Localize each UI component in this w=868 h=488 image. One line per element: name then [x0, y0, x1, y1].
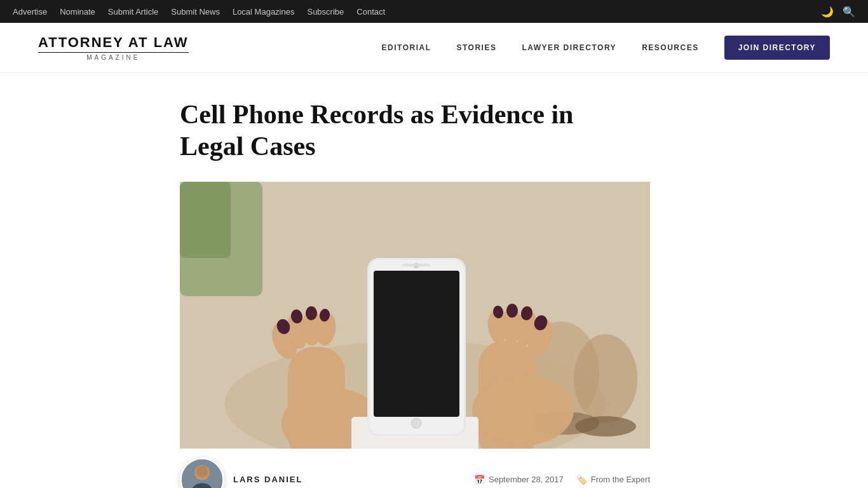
- author-name: LARS DANIEL: [233, 475, 302, 484]
- svg-point-38: [196, 466, 208, 477]
- nav-stories[interactable]: STORIES: [456, 43, 496, 52]
- date-text: September 28, 2017: [489, 475, 564, 484]
- author-info: LARS DANIEL: [180, 458, 302, 488]
- site-header: ATTORNEY AT LAW MAGAZINE EDITORIAL STORI…: [0, 23, 868, 73]
- article-image-wrapper: LARS DANIEL 📅 September 28, 2017 🏷️ From…: [180, 182, 650, 449]
- svg-point-7: [575, 416, 636, 437]
- article-category[interactable]: 🏷️ From the Expert: [576, 475, 650, 485]
- main-nav: EDITORIAL STORIES LAWYER DIRECTORY RESOU…: [382, 36, 830, 60]
- svg-point-26: [506, 304, 518, 318]
- topbar-link-local-magazines[interactable]: Local Magazines: [233, 7, 295, 17]
- site-logo[interactable]: ATTORNEY AT LAW MAGAZINE: [38, 34, 189, 61]
- logo-underline: [38, 52, 189, 53]
- svg-rect-31: [374, 271, 459, 417]
- nav-resources[interactable]: RESOURCES: [642, 43, 699, 52]
- topbar-link-contact[interactable]: Contact: [356, 7, 385, 17]
- article-image-svg: [180, 182, 650, 449]
- nav-lawyer-directory[interactable]: LAWYER DIRECTORY: [522, 43, 616, 52]
- topbar-link-subscribe[interactable]: Subscribe: [307, 7, 344, 17]
- tag-icon: 🏷️: [576, 475, 587, 485]
- svg-point-5: [574, 334, 637, 423]
- search-icon[interactable]: 🔍: [843, 6, 855, 18]
- article-title: Cell Phone Records as Evidence in Legal …: [180, 98, 625, 163]
- topbar-link-nominate[interactable]: Nominate: [60, 7, 95, 17]
- svg-rect-9: [288, 347, 345, 449]
- moon-icon[interactable]: 🌙: [821, 6, 834, 18]
- topbar-link-submit-article[interactable]: Submit Article: [108, 7, 158, 17]
- article-date: 📅 September 28, 2017: [474, 475, 564, 485]
- article-meta: 📅 September 28, 2017 🏷️ From the Expert: [474, 475, 650, 485]
- logo-subtitle: MAGAZINE: [86, 54, 140, 61]
- author-avatar: [180, 458, 224, 488]
- category-text: From the Expert: [591, 475, 650, 484]
- calendar-icon: 📅: [474, 475, 485, 485]
- topbar-link-submit-news[interactable]: Submit News: [171, 7, 220, 17]
- logo-title: ATTORNEY AT LAW: [38, 34, 189, 51]
- author-bar: LARS DANIEL 📅 September 28, 2017 🏷️ From…: [180, 449, 650, 488]
- topbar-nav: Advertise Nominate Submit Article Submit…: [13, 7, 385, 17]
- svg-point-32: [411, 418, 421, 428]
- nav-editorial[interactable]: EDITORIAL: [382, 43, 431, 52]
- svg-rect-34: [402, 264, 430, 266]
- join-directory-button[interactable]: JOIN DIRECTORY: [724, 36, 830, 60]
- svg-point-15: [472, 376, 574, 445]
- topbar: Advertise Nominate Submit Article Submit…: [0, 0, 868, 23]
- main-content: Cell Phone Records as Evidence in Legal …: [142, 73, 726, 474]
- svg-rect-3: [180, 182, 231, 258]
- topbar-icons: 🌙 🔍: [821, 6, 855, 18]
- topbar-link-advertise[interactable]: Advertise: [13, 7, 47, 17]
- svg-point-22: [306, 306, 317, 320]
- article-image: [180, 182, 650, 449]
